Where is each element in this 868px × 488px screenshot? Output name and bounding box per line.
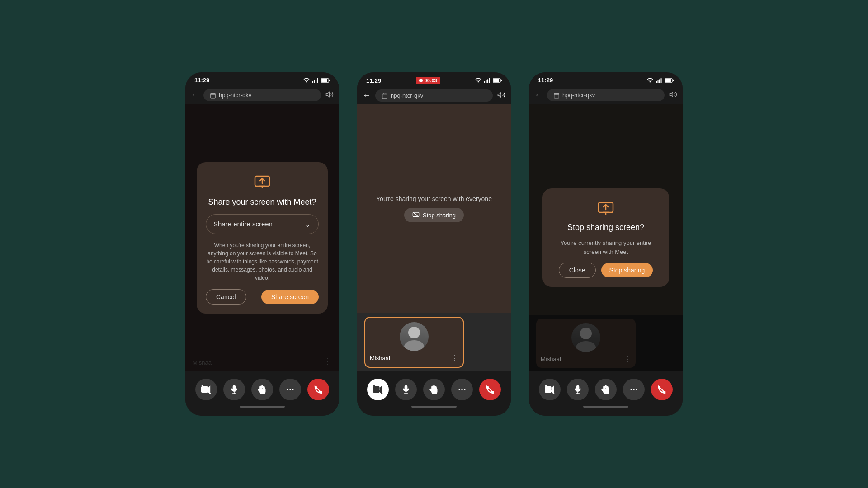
svg-rect-31 bbox=[501, 80, 502, 81]
more-button-2[interactable] bbox=[451, 379, 473, 400]
url-text-1: hpq-ntcr-qkv bbox=[219, 92, 251, 99]
avatar-2 bbox=[400, 322, 429, 351]
svg-rect-2 bbox=[316, 79, 316, 83]
status-icons-1 bbox=[303, 78, 330, 83]
stop-sharing-inline-button[interactable]: Stop sharing bbox=[404, 208, 464, 222]
more-button-3[interactable] bbox=[623, 379, 645, 400]
svg-rect-49 bbox=[658, 80, 659, 83]
camera-toggle-button-3[interactable] bbox=[539, 379, 561, 400]
status-bar-2: 11:29 00:03 bbox=[357, 72, 511, 87]
camera-off-icon-1 bbox=[201, 385, 211, 394]
end-call-icon-1 bbox=[313, 385, 323, 394]
video-tile-container-2: Mishaal ⋮ bbox=[357, 313, 511, 371]
recording-badge: 00:03 bbox=[416, 77, 440, 84]
mic-button-3[interactable] bbox=[567, 379, 589, 400]
hand-icon-3 bbox=[601, 385, 610, 394]
hand-button-1[interactable] bbox=[251, 379, 273, 400]
svg-rect-7 bbox=[211, 93, 216, 98]
mic-button-2[interactable] bbox=[395, 379, 417, 400]
wifi-icon-3 bbox=[646, 78, 654, 83]
person-head-2 bbox=[408, 327, 420, 338]
svg-point-21 bbox=[287, 389, 288, 390]
hand-icon-2 bbox=[429, 385, 439, 394]
svg-rect-30 bbox=[493, 79, 499, 82]
hand-icon-1 bbox=[258, 385, 267, 394]
status-icons-2 bbox=[475, 78, 502, 83]
more-button-1[interactable] bbox=[279, 379, 301, 400]
home-indicator-3 bbox=[583, 406, 628, 408]
hand-button-3[interactable] bbox=[595, 379, 617, 400]
speaker-icon-2 bbox=[497, 91, 505, 99]
camera-off-icon-2 bbox=[373, 385, 383, 394]
mic-icon-3 bbox=[573, 385, 582, 394]
calendar-icon-2 bbox=[382, 93, 388, 99]
chevron-down-icon: ⌄ bbox=[304, 219, 311, 229]
stop-dialog-body: You're currently sharing your entire scr… bbox=[552, 239, 660, 256]
svg-rect-32 bbox=[382, 94, 387, 99]
stop-dialog-overlay: Stop sharing screen? You're currently sh… bbox=[529, 104, 683, 371]
signal-icon-2 bbox=[484, 78, 491, 83]
end-call-icon-2 bbox=[485, 385, 495, 394]
url-box-3[interactable]: hpq-ntcr-qkv bbox=[547, 89, 665, 101]
end-call-button-3[interactable] bbox=[651, 379, 673, 400]
share-type-dropdown[interactable]: Share entire screen ⌄ bbox=[206, 214, 319, 234]
share-warning-text: When you're sharing your entire screen, … bbox=[206, 241, 319, 282]
svg-point-71 bbox=[636, 389, 637, 390]
stop-share-screen-icon bbox=[597, 199, 614, 216]
stop-sharing-button[interactable]: Stop sharing bbox=[601, 263, 653, 277]
url-box-2[interactable]: hpq-ntcr-qkv bbox=[375, 89, 493, 102]
wifi-icon bbox=[303, 78, 310, 83]
end-call-button-2[interactable] bbox=[479, 379, 501, 400]
svg-marker-59 bbox=[670, 92, 673, 97]
svg-rect-28 bbox=[489, 78, 490, 83]
person-body-2 bbox=[404, 340, 424, 351]
mic-button-1[interactable] bbox=[223, 379, 245, 400]
tile-more-icon-2[interactable]: ⋮ bbox=[451, 354, 458, 362]
share-dialog-overlay: Share your screen with Meet? Share entir… bbox=[185, 104, 339, 371]
svg-rect-50 bbox=[659, 79, 660, 83]
rec-dot-icon bbox=[419, 79, 423, 82]
share-screen-button[interactable]: Share screen bbox=[261, 290, 319, 304]
back-button-2[interactable]: ← bbox=[363, 91, 371, 100]
back-button-1[interactable]: ← bbox=[191, 90, 199, 100]
sharing-screen-area: You're sharing your screen with everyone… bbox=[357, 104, 511, 313]
sharing-text: You're sharing your screen with everyone bbox=[376, 195, 492, 202]
more-dots-icon-2 bbox=[458, 385, 467, 394]
camera-toggle-button-2[interactable] bbox=[367, 379, 389, 400]
speaker-icon-1 bbox=[326, 90, 334, 99]
cancel-button[interactable]: Cancel bbox=[206, 289, 246, 305]
url-text-2: hpq-ntcr-qkv bbox=[391, 92, 423, 99]
battery-icon-2 bbox=[493, 78, 502, 83]
sound-icon-1[interactable] bbox=[326, 90, 334, 100]
end-call-button-1[interactable] bbox=[307, 379, 329, 400]
controls-row-1 bbox=[195, 376, 329, 403]
address-bar-3: ← hpq-ntcr-qkv bbox=[529, 86, 683, 104]
phone3-content: Mishaal ⋮ Stop sharing screen bbox=[529, 104, 683, 371]
back-button-3[interactable]: ← bbox=[534, 90, 542, 100]
wifi-icon-2 bbox=[475, 78, 482, 83]
stop-sharing-inline-label: Stop sharing bbox=[423, 212, 456, 219]
svg-rect-48 bbox=[656, 81, 657, 83]
phone-1: 11:29 ← hpq-ntcr-qkv Mishaal ⋮ bbox=[185, 72, 339, 416]
camera-toggle-button-1[interactable] bbox=[195, 379, 217, 400]
camera-off-icon-3 bbox=[545, 385, 555, 394]
phone-3: 11:29 ← hpq-ntcr-qkv bbox=[529, 72, 683, 416]
close-button[interactable]: Close bbox=[559, 263, 596, 278]
svg-point-46 bbox=[464, 389, 465, 390]
video-tile-name-row-2: Mishaal ⋮ bbox=[370, 354, 458, 362]
svg-point-22 bbox=[289, 389, 291, 390]
svg-rect-3 bbox=[317, 78, 318, 83]
controls-row-3 bbox=[539, 376, 673, 403]
address-bar-1: ← hpq-ntcr-qkv bbox=[185, 86, 339, 104]
url-box-1[interactable]: hpq-ntcr-qkv bbox=[203, 89, 321, 101]
svg-marker-11 bbox=[326, 92, 330, 97]
svg-rect-5 bbox=[321, 79, 327, 81]
status-time-1: 11:29 bbox=[194, 77, 209, 84]
stop-dialog-buttons: Close Stop sharing bbox=[559, 263, 653, 278]
mic-icon-1 bbox=[230, 385, 239, 394]
sound-icon-3[interactable] bbox=[669, 90, 677, 100]
svg-rect-27 bbox=[487, 79, 488, 83]
bottom-bar-1 bbox=[185, 371, 339, 416]
sound-icon-2[interactable] bbox=[497, 91, 505, 101]
hand-button-2[interactable] bbox=[423, 379, 445, 400]
